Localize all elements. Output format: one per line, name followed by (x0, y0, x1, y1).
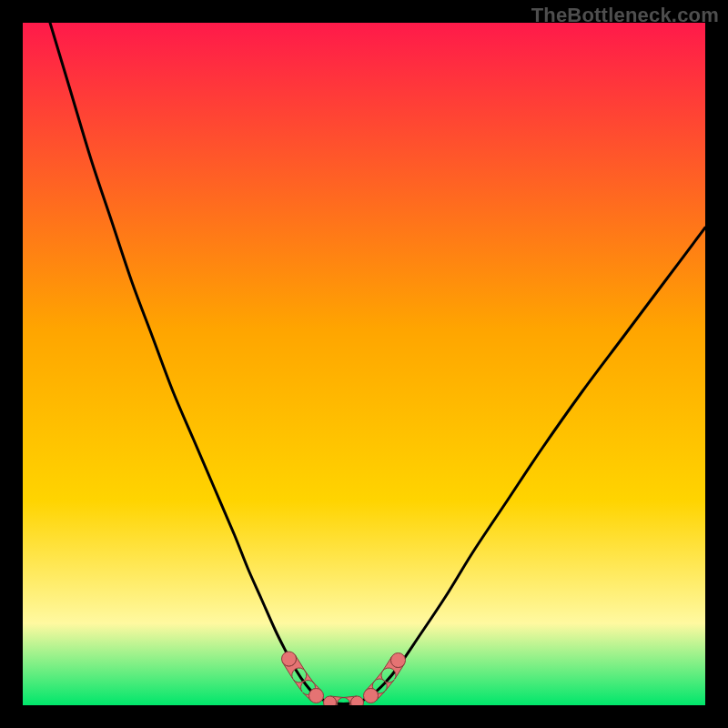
watermark-text: TheBottleneck.com (531, 4, 719, 27)
curve-marker-cap (324, 696, 337, 705)
curve-marker-cap (391, 653, 406, 668)
curve-marker-cap (351, 696, 364, 705)
curve-marker-cap (364, 689, 379, 703)
chart-svg (23, 23, 705, 705)
curve-marker-cap (309, 689, 324, 703)
curve-marker-cap (282, 652, 297, 666)
plot-area (23, 23, 705, 705)
chart-frame: TheBottleneck.com (0, 0, 728, 728)
